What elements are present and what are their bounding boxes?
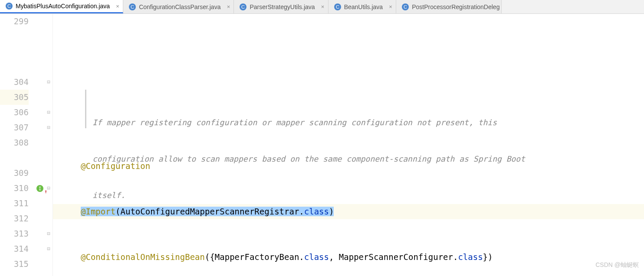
override-marker-icon[interactable]: I (36, 185, 43, 192)
tab-config-parser[interactable]: C ConfigurationClassParser.java × (123, 0, 234, 13)
doc-text: itself. (92, 189, 497, 201)
tab-bar: C MybatisPlusAutoConfiguration.java × C … (0, 0, 644, 14)
marker-gutter: I ↑ (36, 14, 45, 276)
code-line: @ConditionalOnMissingBean({MapperFactory… (53, 250, 644, 265)
tab-mybatis-config[interactable]: C MybatisPlusAutoConfiguration.java × (0, 0, 123, 13)
tab-label: PostProcessorRegistrationDeleg (412, 3, 499, 10)
line-number (0, 150, 29, 166)
svg-text:C: C (7, 3, 11, 9)
code-area[interactable]: If mapper registering configuration or m… (53, 14, 644, 276)
tab-bean-utils[interactable]: C BeanUtils.java × (329, 0, 397, 13)
svg-text:C: C (131, 4, 134, 10)
line-number: 312 (0, 211, 29, 226)
code-line: @Import(AutoConfiguredMapperScannerRegis… (53, 204, 644, 219)
java-class-icon: C (239, 3, 247, 11)
close-icon[interactable]: × (225, 3, 232, 10)
svg-text:C: C (336, 4, 339, 10)
line-number: 306 (0, 105, 29, 120)
line-number: 305 (0, 90, 29, 105)
java-class-icon: C (334, 3, 342, 11)
line-number: 314 (0, 241, 29, 257)
fold-gutter: ⊟ ⊟ ⊟ ⊟ ⊟ ⊟ (45, 14, 53, 276)
tab-label: BeanUtils.java (344, 3, 383, 10)
java-class-icon: C (128, 3, 136, 11)
line-number: 309 (0, 166, 29, 181)
fold-toggle-icon[interactable]: ⊟ (46, 75, 52, 90)
svg-text:C: C (404, 4, 407, 10)
fold-toggle-icon[interactable]: ⊟ (46, 120, 52, 135)
line-number (0, 44, 29, 59)
tab-label: ConfigurationClassParser.java (139, 3, 220, 10)
line-number: 313 (0, 226, 29, 241)
java-class-icon: C (5, 2, 13, 10)
watermark: CSDN @蚰蜒螟 (595, 257, 639, 273)
java-class-icon: C (401, 3, 409, 11)
line-number-gutter: 299 304 305 306 307 308 309 310 311 312 … (0, 14, 36, 276)
fold-toggle-icon[interactable]: ⊟ (46, 241, 52, 257)
line-number: 311 (0, 196, 29, 211)
javadoc-comment: If mapper registering configuration or m… (85, 90, 497, 128)
code-line (53, 44, 644, 59)
tab-label: ParserStrategyUtils.java (250, 3, 315, 10)
line-number (0, 29, 29, 44)
line-number (0, 59, 29, 75)
line-number: 310 (0, 181, 29, 196)
close-icon[interactable]: × (319, 3, 326, 10)
close-icon[interactable]: × (387, 3, 394, 10)
fold-toggle-icon[interactable]: ⊟ (46, 105, 52, 120)
tab-label: MybatisPlusAutoConfiguration.java (16, 3, 110, 10)
tab-postprocessor[interactable]: C PostProcessorRegistrationDeleg (396, 0, 502, 13)
close-icon[interactable]: × (114, 3, 121, 10)
tab-parser-utils[interactable]: C ParserStrategyUtils.java × (234, 0, 328, 13)
line-number: 307 (0, 120, 29, 135)
fold-toggle-icon[interactable]: ⊟ (46, 226, 52, 241)
code-editor[interactable]: 299 304 305 306 307 308 309 310 311 312 … (0, 14, 644, 276)
doc-text: configuration allow to scan mappers base… (92, 153, 497, 165)
fold-toggle-icon[interactable]: ⊟ (46, 181, 52, 196)
line-number: 308 (0, 135, 29, 150)
doc-text: If mapper registering configuration or m… (92, 117, 497, 129)
line-number: 304 (0, 75, 29, 90)
line-number: 315 (0, 257, 29, 272)
svg-text:C: C (241, 4, 245, 10)
line-number: 299 (0, 14, 29, 29)
